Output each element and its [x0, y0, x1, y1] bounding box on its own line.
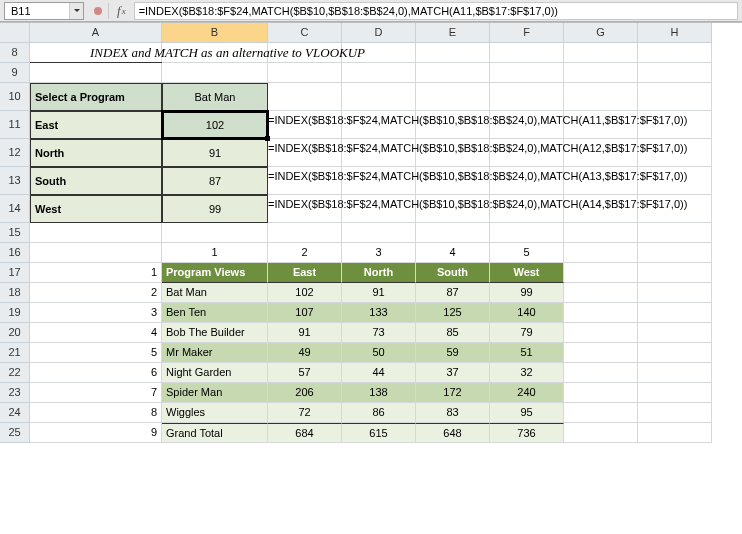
- formula-bar-input[interactable]: =INDEX($B$18:$F$24,MATCH($B$10,$B$18:$B$…: [134, 2, 738, 20]
- cell-A15[interactable]: [30, 223, 162, 243]
- cell-C25[interactable]: 684: [268, 423, 342, 443]
- cell-C19[interactable]: 107: [268, 303, 342, 323]
- cell-B15[interactable]: [162, 223, 268, 243]
- cell-H22[interactable]: [638, 363, 712, 383]
- row-header-15[interactable]: 15: [0, 223, 30, 243]
- cell-A24[interactable]: 8: [30, 403, 162, 423]
- cell-H23[interactable]: [638, 383, 712, 403]
- cell-A16[interactable]: [30, 243, 162, 263]
- row-header-8[interactable]: 8: [0, 43, 30, 63]
- cell-D15[interactable]: [342, 223, 416, 243]
- cell-A17[interactable]: 1: [30, 263, 162, 283]
- row-header-18[interactable]: 18: [0, 283, 30, 303]
- cell-E19[interactable]: 125: [416, 303, 490, 323]
- spreadsheet-grid[interactable]: ABCDEFGH8INDEX and MATCH as an alternati…: [0, 22, 742, 534]
- cell-D23[interactable]: 138: [342, 383, 416, 403]
- col-header-C[interactable]: C: [268, 23, 342, 43]
- cell-B20[interactable]: Bob The Builder: [162, 323, 268, 343]
- row-header-13[interactable]: 13: [0, 167, 30, 195]
- cell-A19[interactable]: 3: [30, 303, 162, 323]
- cell-F17[interactable]: West: [490, 263, 564, 283]
- cell-B17[interactable]: Program Views: [162, 263, 268, 283]
- cell-C9[interactable]: [268, 63, 342, 83]
- row-header-21[interactable]: 21: [0, 343, 30, 363]
- cell-A21[interactable]: 5: [30, 343, 162, 363]
- cell-H15[interactable]: [638, 223, 712, 243]
- cell-D17[interactable]: North: [342, 263, 416, 283]
- cell-H9[interactable]: [638, 63, 712, 83]
- cell-H20[interactable]: [638, 323, 712, 343]
- cell-D9[interactable]: [342, 63, 416, 83]
- select-all-corner[interactable]: [0, 23, 30, 43]
- row-header-24[interactable]: 24: [0, 403, 30, 423]
- cell-H21[interactable]: [638, 343, 712, 363]
- name-box-dropdown-icon[interactable]: [69, 3, 83, 19]
- cell-F16[interactable]: 5: [490, 243, 564, 263]
- cell-C17[interactable]: East: [268, 263, 342, 283]
- cell-A8[interactable]: INDEX and MATCH as an alternative to VLO…: [30, 43, 162, 63]
- cell-A10[interactable]: Select a Program: [30, 83, 162, 111]
- cell-E10[interactable]: [416, 83, 490, 111]
- cell-B11[interactable]: 102: [162, 111, 268, 139]
- row-header-12[interactable]: 12: [0, 139, 30, 167]
- cell-C22[interactable]: 57: [268, 363, 342, 383]
- cell-H25[interactable]: [638, 423, 712, 443]
- col-header-D[interactable]: D: [342, 23, 416, 43]
- cell-F24[interactable]: 95: [490, 403, 564, 423]
- cell-B14[interactable]: 99: [162, 195, 268, 223]
- cell-D20[interactable]: 73: [342, 323, 416, 343]
- cell-G16[interactable]: [564, 243, 638, 263]
- cell-D10[interactable]: [342, 83, 416, 111]
- cell-G21[interactable]: [564, 343, 638, 363]
- col-header-B[interactable]: B: [162, 23, 268, 43]
- cell-D22[interactable]: 44: [342, 363, 416, 383]
- cell-F9[interactable]: [490, 63, 564, 83]
- cell-H19[interactable]: [638, 303, 712, 323]
- cell-G9[interactable]: [564, 63, 638, 83]
- fx-icon[interactable]: fx: [115, 3, 128, 19]
- cell-H16[interactable]: [638, 243, 712, 263]
- cell-G23[interactable]: [564, 383, 638, 403]
- cell-E9[interactable]: [416, 63, 490, 83]
- row-header-9[interactable]: 9: [0, 63, 30, 83]
- cell-A23[interactable]: 7: [30, 383, 162, 403]
- cell-C12[interactable]: =INDEX($B$18:$F$24,MATCH($B$10,$B$18:$B$…: [268, 139, 342, 167]
- cell-A20[interactable]: 4: [30, 323, 162, 343]
- cell-F25[interactable]: 736: [490, 423, 564, 443]
- row-header-17[interactable]: 17: [0, 263, 30, 283]
- row-header-11[interactable]: 11: [0, 111, 30, 139]
- cell-F10[interactable]: [490, 83, 564, 111]
- cell-B12[interactable]: 91: [162, 139, 268, 167]
- cell-A11[interactable]: East: [30, 111, 162, 139]
- cell-B21[interactable]: Mr Maker: [162, 343, 268, 363]
- cell-E15[interactable]: [416, 223, 490, 243]
- cell-A12[interactable]: North: [30, 139, 162, 167]
- row-header-22[interactable]: 22: [0, 363, 30, 383]
- cell-A22[interactable]: 6: [30, 363, 162, 383]
- cell-F18[interactable]: 99: [490, 283, 564, 303]
- cell-H17[interactable]: [638, 263, 712, 283]
- cell-E24[interactable]: 83: [416, 403, 490, 423]
- cell-B22[interactable]: Night Garden: [162, 363, 268, 383]
- row-header-23[interactable]: 23: [0, 383, 30, 403]
- cell-A18[interactable]: 2: [30, 283, 162, 303]
- cell-F8[interactable]: [490, 43, 564, 63]
- cell-G15[interactable]: [564, 223, 638, 243]
- cell-C21[interactable]: 49: [268, 343, 342, 363]
- cell-C13[interactable]: =INDEX($B$18:$F$24,MATCH($B$10,$B$18:$B$…: [268, 167, 342, 195]
- cell-E20[interactable]: 85: [416, 323, 490, 343]
- cell-G17[interactable]: [564, 263, 638, 283]
- cell-F19[interactable]: 140: [490, 303, 564, 323]
- cell-D18[interactable]: 91: [342, 283, 416, 303]
- cell-C20[interactable]: 91: [268, 323, 342, 343]
- cell-E23[interactable]: 172: [416, 383, 490, 403]
- cell-H10[interactable]: [638, 83, 712, 111]
- cell-E22[interactable]: 37: [416, 363, 490, 383]
- cell-G18[interactable]: [564, 283, 638, 303]
- cell-C10[interactable]: [268, 83, 342, 111]
- cell-D21[interactable]: 50: [342, 343, 416, 363]
- cell-B13[interactable]: 87: [162, 167, 268, 195]
- cell-H8[interactable]: [638, 43, 712, 63]
- cell-G10[interactable]: [564, 83, 638, 111]
- cell-B25[interactable]: Grand Total: [162, 423, 268, 443]
